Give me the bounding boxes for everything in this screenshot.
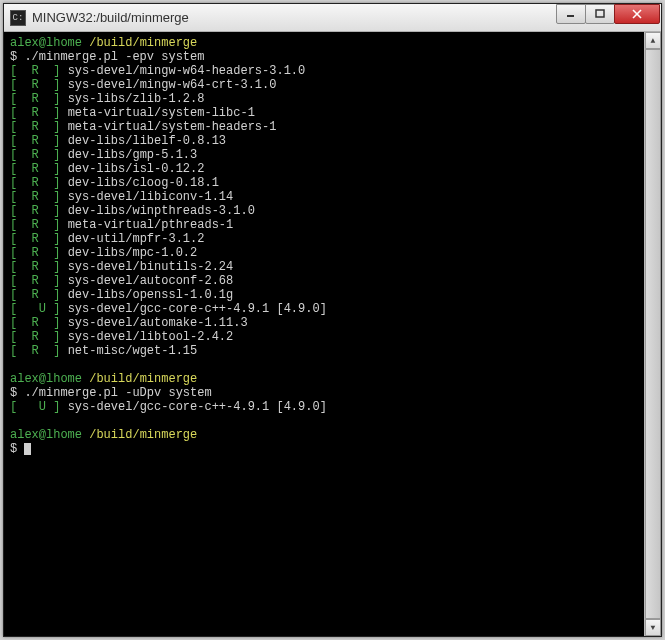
scroll-thumb[interactable] [645, 49, 661, 619]
terminal-icon: C: [10, 10, 26, 26]
maximize-button[interactable] [585, 4, 615, 24]
minimize-icon [566, 9, 576, 19]
vertical-scrollbar[interactable]: ▲ ▼ [644, 32, 661, 636]
terminal-area: alex@lhome /build/minmerge$ ./minmerge.p… [4, 32, 661, 636]
cursor [24, 443, 31, 455]
scroll-down-button[interactable]: ▼ [645, 619, 661, 636]
scroll-track[interactable] [645, 49, 661, 619]
maximize-icon [595, 9, 605, 19]
svg-rect-1 [596, 10, 604, 17]
titlebar[interactable]: C: MINGW32:/build/minmerge [4, 4, 661, 32]
window-controls [557, 4, 660, 26]
close-icon [631, 9, 643, 19]
scroll-up-button[interactable]: ▲ [645, 32, 661, 49]
close-button[interactable] [614, 4, 660, 24]
window-title: MINGW32:/build/minmerge [32, 10, 557, 25]
app-window: C: MINGW32:/build/minmerge alex@lhome /b… [3, 3, 662, 637]
minimize-button[interactable] [556, 4, 586, 24]
terminal-output[interactable]: alex@lhome /build/minmerge$ ./minmerge.p… [4, 32, 644, 636]
